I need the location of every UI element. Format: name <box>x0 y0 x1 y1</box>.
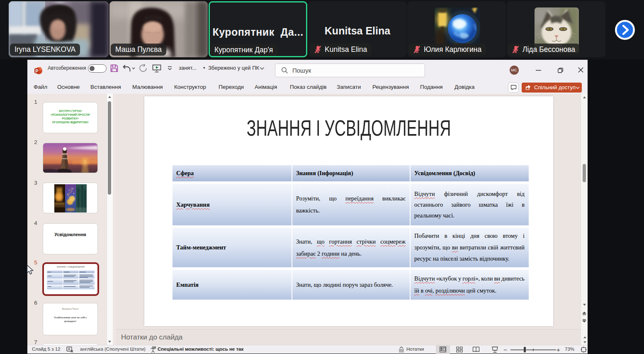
svg-text:P: P <box>35 68 38 73</box>
